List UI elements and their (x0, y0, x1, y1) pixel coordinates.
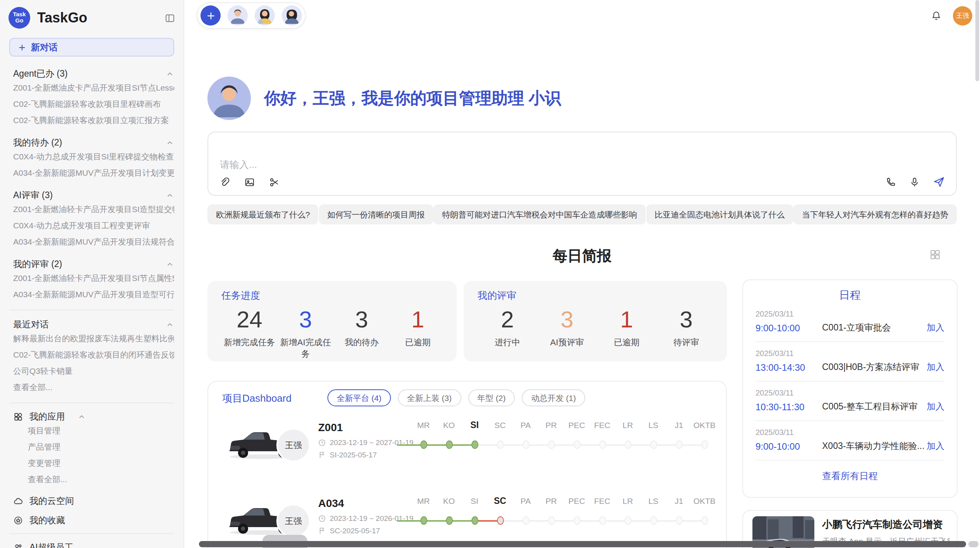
group-agent-done[interactable]: Agent已办 (3) (13, 68, 174, 80)
project-row[interactable]: 王强 Z001 2023-12-19 ~ 2027-01-19 SI-2025-… (208, 413, 726, 488)
filter-chip[interactable]: 全新上装 (3) (398, 389, 461, 406)
milestone-label: SI (471, 496, 478, 505)
sidebar-item-label: AI超级员工 (29, 542, 74, 548)
vertical-scrollbar-thumb[interactable] (975, 0, 979, 81)
microphone-icon[interactable] (909, 176, 920, 188)
join-button[interactable]: 加入 (927, 322, 944, 334)
divider (9, 402, 174, 403)
plus-icon (18, 43, 26, 51)
milestone-label: SC (494, 496, 506, 505)
suggestion-chip[interactable]: 如何写一份清晰的项目周报 (319, 204, 433, 224)
milestone-dot (548, 440, 555, 449)
sidebar-item-my-apps[interactable]: 我的应用 (13, 411, 174, 423)
suggestion-chip[interactable]: 比亚迪全固态电池计划具体说了什么 (646, 204, 793, 224)
filter-chip[interactable]: 年型 (2) (468, 389, 515, 406)
milestone-dot-overdue (497, 516, 504, 525)
list-item[interactable]: C0X4-动力总成开发项目工程变更评审 (13, 217, 174, 234)
milestone-dot (548, 516, 555, 525)
stat-label: 我的待办 (334, 337, 390, 348)
join-button[interactable]: 加入 (927, 440, 944, 452)
chevron-up-icon[interactable] (166, 191, 174, 200)
stat-label: 新增完成任务 (221, 337, 278, 348)
list-item[interactable]: C0X4-动力总成开发项目SI里程碑提交物检查 (13, 149, 174, 165)
group-recent-chats[interactable]: 最近对话 (13, 319, 174, 331)
filter-chip[interactable]: 全新平台 (4) (327, 389, 391, 406)
list-item[interactable]: C02-飞腾新能源轻客改款项目的闭环通告反馈情况 (13, 347, 174, 363)
group-title: 最近对话 (13, 319, 49, 331)
sidebar-item-project-mgmt[interactable]: 项目管理 (13, 423, 174, 439)
sidebar-item-product-mgmt[interactable]: 产品管理 (13, 439, 174, 455)
sidebar-item-cloud-space[interactable]: 我的云空间 (13, 495, 174, 507)
scissors-icon[interactable] (269, 176, 280, 188)
list-item[interactable]: C02-飞腾新能源轻客改款项目立项汇报方案 (13, 112, 174, 128)
milestone-label: PEC (568, 420, 585, 430)
stat-label: 待评审 (656, 337, 716, 348)
milestone-dot (445, 516, 452, 525)
horizontal-scrollbar-thumb[interactable] (199, 541, 966, 547)
sidebar-collapse-icon[interactable] (164, 12, 176, 24)
filter-chip[interactable]: 动总开发 (1) (522, 389, 586, 406)
image-upload-icon[interactable] (244, 176, 255, 188)
event-name: C005-整车工程目标评审 (822, 401, 927, 413)
milestone-dot (471, 440, 478, 449)
list-item[interactable]: 解释最新出台的欧盟报废车法规再生塑料比例被调至15%... (13, 331, 174, 347)
card-title: 我的评审 (478, 289, 716, 303)
group-title: Agent已办 (3) (13, 68, 68, 80)
milestone-label: KO (443, 420, 455, 430)
suggestion-chip[interactable]: 欧洲新规最近颁布了什么? (207, 204, 319, 224)
milestone-label: PEC (568, 496, 585, 505)
list-item[interactable]: C02-飞腾新能源轻客改款项目里程碑画布 (13, 96, 174, 112)
attachment-icon[interactable] (219, 176, 231, 188)
list-item[interactable]: Z001-全新燃油轻卡产品开发项目SI节点属性5D文件评审 (13, 270, 174, 286)
stat-label: 新增AI完成任务 (278, 337, 334, 360)
join-button[interactable]: 加入 (927, 401, 944, 413)
milestone-dot (701, 516, 708, 525)
view-all-schedule[interactable]: 查看所有日程 (756, 470, 944, 483)
view-all-chats[interactable]: 查看全部... (13, 379, 174, 396)
group-my-todo[interactable]: 我的待办 (2) (13, 137, 174, 149)
new-conversation-button[interactable]: 新对话 (9, 38, 174, 57)
event-date: 2025/03/11 (756, 310, 944, 318)
taskgo-app: Task Go TaskGo 新对话 Agent已办 (3) Z001-全新燃油… (0, 0, 980, 548)
group-my-review[interactable]: 我的评审 (2) (13, 259, 174, 270)
chevron-up-icon[interactable] (166, 260, 174, 269)
suggestion-chip[interactable]: 当下年轻人对汽车外观有怎样的喜好趋势 (793, 204, 957, 224)
sidebar-item-ai-staff[interactable]: AI超级员工 (13, 542, 174, 548)
greeting-text: 你好，王强，我是你的项目管理助理 小识 (264, 87, 561, 109)
sidebar-header: Task Go TaskGo (0, 0, 183, 32)
view-all-apps[interactable]: 查看全部... (13, 471, 174, 488)
stat: 3 新增AI完成任务 (278, 306, 334, 360)
app-logo: Task Go (9, 7, 30, 29)
suggestion-chip[interactable]: 特朗普可能对进口汽车增税会对中国车企造成哪些影响 (433, 204, 646, 224)
list-item[interactable]: A034-全新新能源MUV产品开发项目造型可行性评审 (13, 286, 174, 303)
list-item[interactable]: 公司Q3轻卡销量 (13, 363, 174, 379)
star-badge-icon (13, 515, 23, 526)
list-item[interactable]: Z001-全新燃油皮卡产品开发项目SI节点Lesson Learn报告 (13, 80, 174, 96)
chevron-up-icon[interactable] (166, 320, 174, 329)
stat: 24 新增完成任务 (221, 306, 278, 360)
list-item[interactable]: A034-全新新能源MUV产品开发项目法规符合性评审 (13, 234, 174, 250)
send-icon[interactable] (933, 176, 945, 188)
chevron-up-icon[interactable] (77, 413, 86, 421)
stat-value: 24 (221, 306, 278, 334)
input-right-tools (885, 176, 945, 188)
main-content: 你好，王强，我是你的项目管理助理 小识 请输入... 欧洲新规最近颁布了什么? … (207, 0, 958, 548)
milestone-label: LR (623, 496, 633, 505)
sidebar-item-favorites[interactable]: 我的收藏 (13, 515, 174, 526)
phone-icon[interactable] (885, 176, 896, 188)
sidebar-item-change-mgmt[interactable]: 变更管理 (13, 455, 174, 471)
chevron-up-icon[interactable] (166, 70, 174, 78)
join-button[interactable]: 加入 (927, 361, 944, 373)
chevron-up-icon[interactable] (166, 139, 174, 147)
list-item[interactable]: A034-全新新能源MUV产品开发项目计划变更表编写 (13, 165, 174, 181)
my-review-card: 我的评审 2 进行中 3 AI预评审 1 已逾期 3 待评审 (464, 281, 727, 361)
schedule-title: 日程 (756, 289, 944, 303)
schedule-event: 2025/03/11 13:00-14:30 C003|H0B-方案冻结评审 加… (756, 342, 944, 382)
event-name: X003-车辆动力学性能验... (822, 440, 927, 452)
milestone-label: J1 (675, 496, 683, 505)
group-ai-review[interactable]: AI评审 (3) (13, 190, 174, 201)
stat-value: 3 (656, 306, 716, 334)
layout-grid-icon[interactable] (929, 248, 941, 261)
list-item[interactable]: Z001-全新燃油轻卡产品开发项目SI造型提交物评审 (13, 201, 174, 217)
chat-input[interactable]: 请输入... (207, 132, 957, 196)
